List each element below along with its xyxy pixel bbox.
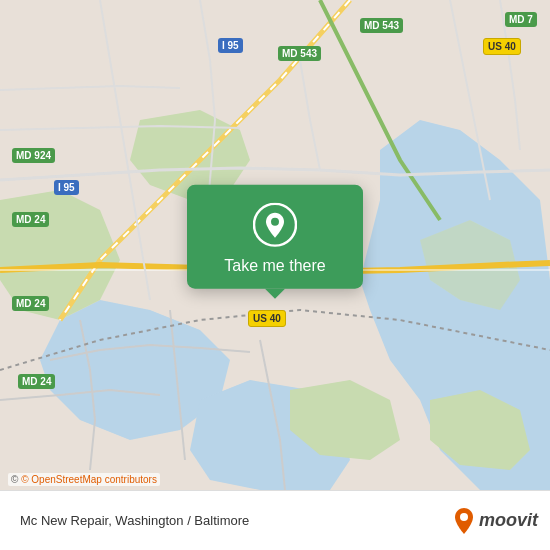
svg-point-2 (271, 218, 279, 226)
bottom-bar: Mc New Repair, Washington / Baltimore mo… (0, 490, 550, 550)
road-badge-md543-left: MD 543 (278, 46, 321, 61)
road-badge-i95-left: I 95 (54, 180, 79, 195)
moovit-logo: moovit (453, 507, 538, 535)
take-me-there-button[interactable]: Take me there (224, 257, 325, 275)
road-badge-i95-top: I 95 (218, 38, 243, 53)
road-badge-us40-center: US 40 (248, 310, 286, 327)
moovit-logo-text: moovit (479, 510, 538, 531)
location-info: Mc New Repair, Washington / Baltimore (12, 513, 453, 528)
map-container: I 95 MD 543 MD 543 MD 7 US 40 MD 924 I 9… (0, 0, 550, 490)
map-attribution: © © OpenStreetMap contributors (8, 473, 160, 486)
osm-link[interactable]: © OpenStreetMap contributors (21, 474, 157, 485)
moovit-pin-icon (453, 507, 475, 535)
popup-card[interactable]: Take me there (187, 185, 363, 289)
svg-point-3 (460, 513, 468, 521)
road-badge-md7: MD 7 (505, 12, 537, 27)
location-pin-icon (253, 203, 297, 247)
road-badge-md543-right: MD 543 (360, 18, 403, 33)
road-badge-us40-top: US 40 (483, 38, 521, 55)
road-badge-md924: MD 924 (12, 148, 55, 163)
road-badge-md24-bot: MD 24 (18, 374, 55, 389)
road-badge-md24-top: MD 24 (12, 212, 49, 227)
road-badge-md24-mid: MD 24 (12, 296, 49, 311)
